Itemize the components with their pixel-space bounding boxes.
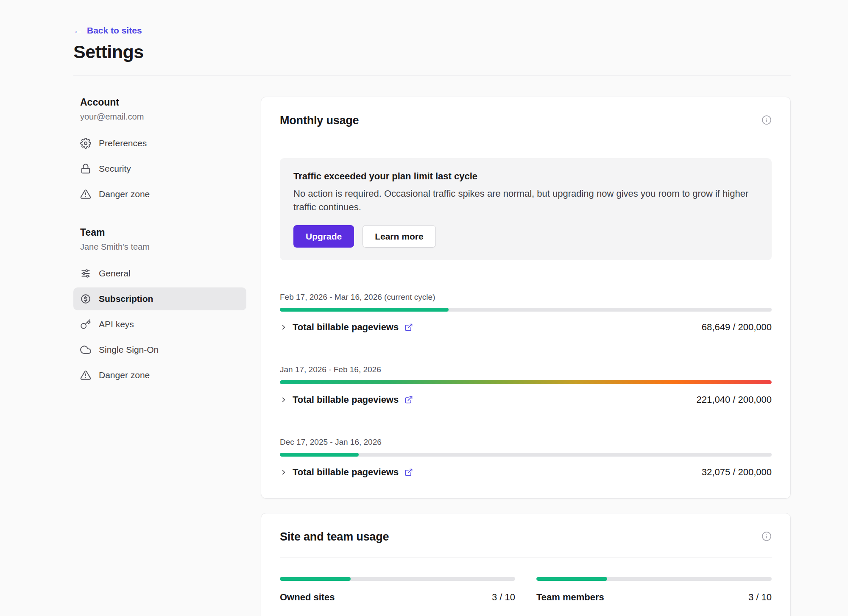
traffic-exceeded-notice: Traffic exceeded your plan limit last cy… bbox=[280, 158, 772, 260]
usage-count: 68,649 / 200,000 bbox=[702, 322, 772, 333]
sidebar-item-security[interactable]: Security bbox=[73, 157, 246, 180]
sidebar-item-label: Security bbox=[99, 164, 131, 174]
back-arrow-icon: ← bbox=[73, 26, 83, 35]
owned-sites-progress-fill bbox=[280, 577, 351, 581]
page-title: Settings bbox=[73, 42, 791, 62]
external-link-icon[interactable] bbox=[404, 468, 413, 477]
sidebar-item-label: Subscription bbox=[99, 294, 153, 304]
stat-value: 3 / 10 bbox=[492, 592, 515, 603]
settings-content: Account your@email.com Preferences Secur… bbox=[73, 97, 791, 616]
billable-pageviews-toggle[interactable]: Total billable pageviews bbox=[280, 467, 413, 478]
sidebar-item-label: Preferences bbox=[99, 138, 147, 148]
site-team-usage-card: Site and team usage Owned sites 3 / 10 bbox=[261, 513, 791, 616]
sidebar-item-label: API keys bbox=[99, 319, 134, 329]
owned-sites-stat: Owned sites 3 / 10 bbox=[280, 577, 515, 603]
usage-count: 32,075 / 200,000 bbox=[702, 467, 772, 478]
account-email: your@email.com bbox=[73, 112, 246, 122]
sliders-icon bbox=[80, 268, 91, 279]
sidebar-item-label: General bbox=[99, 268, 131, 279]
usage-count: 221,040 / 200,000 bbox=[697, 394, 772, 405]
cycle-row: Total billable pageviews 32,075 / 200,00… bbox=[280, 467, 772, 478]
site-team-usage-title: Site and team usage bbox=[280, 530, 389, 544]
team-members-progress-bar bbox=[536, 577, 772, 581]
sidebar-item-preferences[interactable]: Preferences bbox=[73, 132, 246, 155]
header-divider bbox=[73, 75, 791, 75]
cloud-icon bbox=[80, 344, 91, 355]
back-to-sites-link[interactable]: ← Back to sites bbox=[73, 25, 142, 36]
stats-grid: Owned sites 3 / 10 Team members 3 / 10 bbox=[280, 577, 772, 603]
site-team-usage-header: Site and team usage bbox=[280, 530, 772, 544]
stat-value: 3 / 10 bbox=[748, 592, 772, 603]
cycle-row: Total billable pageviews 221,040 / 200,0… bbox=[280, 394, 772, 405]
card-divider bbox=[280, 141, 772, 141]
chevron-right-icon bbox=[280, 396, 287, 404]
team-name: Jane Smith's team bbox=[73, 242, 246, 252]
team-members-stat: Team members 3 / 10 bbox=[536, 577, 772, 603]
usage-progress-bar bbox=[280, 453, 772, 457]
cycle-period-label: Jan 17, 2026 - Feb 16, 2026 bbox=[280, 365, 772, 374]
sidebar-item-api-keys[interactable]: API keys bbox=[73, 313, 246, 336]
monthly-usage-title: Monthly usage bbox=[280, 114, 359, 127]
team-section: Team Jane Smith's team General Subscript… bbox=[73, 227, 246, 387]
monthly-usage-card: Monthly usage Traffic exceeded your plan… bbox=[261, 97, 791, 499]
stat-label: Team members bbox=[536, 592, 604, 603]
owned-sites-progress-bar bbox=[280, 577, 515, 581]
sidebar-item-label: Danger zone bbox=[99, 370, 150, 380]
card-divider bbox=[280, 557, 772, 557]
external-link-icon[interactable] bbox=[404, 396, 413, 404]
billable-pageviews-label: Total billable pageviews bbox=[293, 394, 399, 405]
notice-title: Traffic exceeded your plan limit last cy… bbox=[293, 171, 758, 182]
usage-progress-bar bbox=[280, 380, 772, 384]
usage-cycle-older: Dec 17, 2025 - Jan 16, 2026 Total billab… bbox=[280, 438, 772, 478]
billable-pageviews-toggle[interactable]: Total billable pageviews bbox=[280, 394, 413, 405]
team-members-progress-fill bbox=[536, 577, 607, 581]
billable-pageviews-label: Total billable pageviews bbox=[293, 322, 399, 333]
sidebar-item-single-sign-on[interactable]: Single Sign-On bbox=[73, 338, 246, 361]
cycle-period-label: Dec 17, 2025 - Jan 16, 2026 bbox=[280, 438, 772, 447]
usage-progress-fill bbox=[280, 308, 449, 312]
chevron-right-icon bbox=[280, 323, 287, 331]
sidebar-item-danger-zone-account[interactable]: Danger zone bbox=[73, 183, 246, 206]
info-icon[interactable] bbox=[762, 531, 772, 541]
cycle-row: Total billable pageviews 68,649 / 200,00… bbox=[280, 322, 772, 333]
sidebar-item-label: Single Sign-On bbox=[99, 345, 159, 355]
notice-actions: Upgrade Learn more bbox=[293, 225, 758, 248]
usage-progress-fill bbox=[280, 453, 359, 457]
usage-progress-fill bbox=[280, 380, 772, 384]
dollar-circle-icon bbox=[80, 293, 91, 304]
account-section: Account your@email.com Preferences Secur… bbox=[73, 97, 246, 206]
billable-pageviews-toggle[interactable]: Total billable pageviews bbox=[280, 322, 413, 333]
sidebar-item-label: Danger zone bbox=[99, 189, 150, 199]
upgrade-button[interactable]: Upgrade bbox=[293, 225, 354, 248]
stat-row: Owned sites 3 / 10 bbox=[280, 592, 515, 603]
monthly-usage-header: Monthly usage bbox=[280, 114, 772, 127]
stat-row: Team members 3 / 10 bbox=[536, 592, 772, 603]
external-link-icon[interactable] bbox=[404, 323, 413, 332]
warning-triangle-icon bbox=[80, 189, 91, 200]
sidebar-item-subscription[interactable]: Subscription bbox=[73, 287, 246, 310]
sidebar-item-danger-zone-team[interactable]: Danger zone bbox=[73, 364, 246, 387]
settings-sidebar: Account your@email.com Preferences Secur… bbox=[73, 97, 246, 387]
notice-body: No action is required. Occasional traffi… bbox=[293, 187, 758, 214]
account-heading: Account bbox=[73, 97, 246, 108]
key-icon bbox=[80, 319, 91, 330]
usage-progress-bar bbox=[280, 308, 772, 312]
usage-cycle-previous: Jan 17, 2026 - Feb 16, 2026 Total billab… bbox=[280, 365, 772, 405]
cycle-period-label: Feb 17, 2026 - Mar 16, 2026 (current cyc… bbox=[280, 293, 772, 302]
settings-page: ← Back to sites Settings Account your@em… bbox=[0, 0, 848, 616]
learn-more-button[interactable]: Learn more bbox=[363, 225, 435, 248]
usage-cycle-current: Feb 17, 2026 - Mar 16, 2026 (current cyc… bbox=[280, 293, 772, 333]
gear-icon bbox=[80, 138, 91, 149]
stat-label: Owned sites bbox=[280, 592, 335, 603]
page-header: ← Back to sites Settings bbox=[73, 25, 791, 62]
chevron-right-icon bbox=[280, 468, 287, 476]
warning-triangle-icon bbox=[80, 370, 91, 381]
billable-pageviews-label: Total billable pageviews bbox=[293, 467, 399, 478]
sidebar-item-general[interactable]: General bbox=[73, 262, 246, 285]
team-heading: Team bbox=[73, 227, 246, 238]
info-icon[interactable] bbox=[762, 115, 772, 125]
back-link-label: Back to sites bbox=[87, 25, 142, 36]
account-nav: Preferences Security Danger zone bbox=[73, 132, 246, 206]
team-nav: General Subscription API keys bbox=[73, 262, 246, 387]
lock-icon bbox=[80, 163, 91, 174]
